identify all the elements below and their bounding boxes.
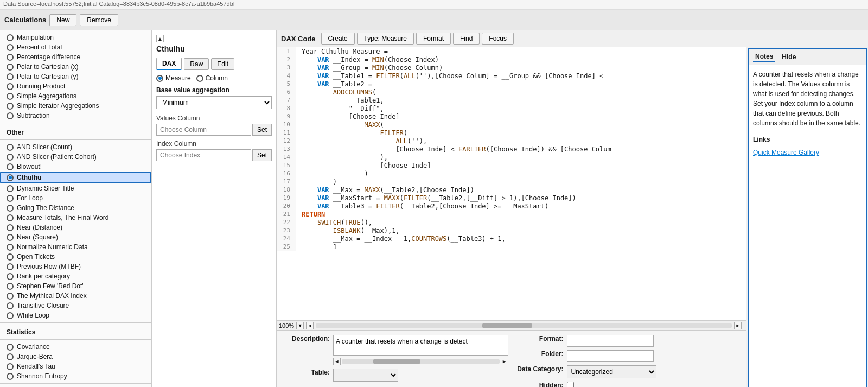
- format-button[interactable]: Format: [416, 33, 451, 45]
- radio-simple-iter: [7, 103, 14, 110]
- measure-column-toggle: Measure Column: [156, 74, 272, 82]
- radio-near-dist: [7, 224, 14, 231]
- values-column-label: Values Column: [156, 115, 272, 122]
- radio-and-cohort: [7, 154, 14, 161]
- config-panel: ▲ Cthulhu DAX Raw Edit Measure Column Ba…: [152, 30, 277, 387]
- list-item[interactable]: Stephen Few 'Red Dot': [0, 281, 151, 291]
- list-item[interactable]: Jarque-Bera: [0, 352, 151, 361]
- desc-scroll-left[interactable]: ◄: [333, 358, 341, 365]
- code-line: 20 VAR __Table3 = FILTER(__Table2,[Choos…: [277, 202, 746, 210]
- list-item[interactable]: Going The Distance: [0, 203, 151, 213]
- radio-rank-cat: [7, 273, 14, 280]
- edit-tab[interactable]: Edit: [211, 58, 234, 70]
- list-item[interactable]: Percent of Total: [0, 42, 151, 52]
- radio-jarque-bera: [7, 353, 14, 360]
- description-row: Description: A counter that resets when …: [281, 335, 508, 365]
- radio-running-product: [7, 83, 14, 90]
- find-button[interactable]: Find: [453, 33, 480, 45]
- index-column-set-button[interactable]: Set: [252, 149, 272, 161]
- list-item[interactable]: Running Product: [0, 81, 151, 91]
- list-item[interactable]: Polar to Cartesian (y): [0, 72, 151, 81]
- section-other: Other: [0, 125, 151, 137]
- folder-label: Folder:: [515, 350, 564, 358]
- description-textarea[interactable]: A counter that resets when a change is d…: [333, 335, 508, 356]
- code-line: 22 SWITCH(TRUE(),: [277, 218, 746, 226]
- radio-measure-totals: [7, 214, 14, 221]
- list-item[interactable]: AND Slicer (Count): [0, 142, 151, 152]
- notes-tab[interactable]: Notes: [753, 52, 775, 62]
- desc-scroll-right[interactable]: ►: [501, 358, 508, 365]
- radio-and-count: [7, 144, 14, 151]
- list-item[interactable]: Near (Square): [0, 232, 151, 242]
- radio-open-tickets: [7, 253, 14, 261]
- code-line: 7 __Table1,: [277, 96, 746, 104]
- hide-tab[interactable]: Hide: [780, 52, 798, 62]
- list-item[interactable]: AND Slicer (Patient Cohort): [0, 152, 151, 162]
- list-item-cthulhu[interactable]: Cthulhu: [0, 172, 151, 183]
- column-radio-option[interactable]: Column: [196, 74, 228, 82]
- folder-input[interactable]: [567, 350, 654, 362]
- list-item[interactable]: Covariance: [0, 342, 151, 352]
- table-dropdown[interactable]: [333, 369, 398, 382]
- new-button[interactable]: New: [49, 14, 76, 26]
- raw-tab[interactable]: Raw: [184, 58, 209, 70]
- list-item[interactable]: Percentage difference: [0, 52, 151, 62]
- list-item[interactable]: Simple Aggregations: [0, 91, 151, 101]
- code-line: 2 VAR __Index = MIN(Choose Index): [277, 55, 746, 64]
- description-input-area: A counter that resets when a change is d…: [333, 335, 508, 365]
- radio-cthulhu: [7, 174, 14, 181]
- code-line: 13 [Choose Inde] < EARLIER([Choose Inde]…: [277, 145, 746, 153]
- type-measure-button[interactable]: Type: Measure: [357, 33, 414, 45]
- table-select-area: [333, 369, 398, 382]
- index-column-input[interactable]: [156, 149, 251, 161]
- list-item[interactable]: Open Tickets: [0, 252, 151, 262]
- values-column-input[interactable]: [156, 124, 251, 136]
- scroll-thumb: [482, 323, 532, 328]
- scroll-up-arrow[interactable]: ▲: [156, 35, 164, 42]
- radio-going-distance: [7, 205, 14, 212]
- list-item[interactable]: Blowout!: [0, 162, 151, 172]
- code-line: 15 [Choose Inde]: [277, 161, 746, 169]
- code-line: 6 ADDCOLUMNS(: [277, 88, 746, 96]
- create-button[interactable]: Create: [321, 33, 355, 45]
- list-item[interactable]: Transitive Closure: [0, 301, 151, 310]
- list-item[interactable]: Dynamic Slicer Title: [0, 183, 151, 193]
- quick-measure-gallery-link[interactable]: Quick Measure Gallery: [753, 149, 819, 156]
- list-item[interactable]: Simple Iterator Aggregations: [0, 101, 151, 111]
- list-item[interactable]: Rank per category: [0, 271, 151, 281]
- list-item[interactable]: Previous Row (MTBF): [0, 262, 151, 271]
- content-area: 1Year Cthulhu Measure =2 VAR __Index = M…: [277, 47, 868, 387]
- list-item[interactable]: Measure Totals, The Final Word: [0, 213, 151, 223]
- list-item[interactable]: Shannon Entropy: [0, 371, 151, 381]
- hidden-checkbox[interactable]: [567, 382, 574, 387]
- aggregation-dropdown[interactable]: Minimum Maximum Average Sum: [156, 96, 272, 109]
- format-input[interactable]: [567, 335, 654, 347]
- desc-scroll-thumb: [373, 359, 420, 364]
- section-statistics: Statistics: [0, 325, 151, 337]
- list-item[interactable]: Polar to Cartesian (x): [0, 62, 151, 72]
- data-category-dropdown[interactable]: Uncategorized: [567, 365, 656, 378]
- measure-radio-option[interactable]: Measure: [156, 74, 191, 82]
- list-item[interactable]: Normalize Numeric Data: [0, 242, 151, 252]
- list-item[interactable]: For Loop: [0, 193, 151, 203]
- radio-manipulation: [7, 34, 14, 41]
- list-item[interactable]: While Loop: [0, 310, 151, 320]
- radio-dynamic-slicer: [7, 185, 14, 192]
- focus-button[interactable]: Focus: [482, 33, 514, 45]
- values-column-set-button[interactable]: Set: [252, 124, 272, 136]
- list-item[interactable]: Subtraction: [0, 111, 151, 120]
- desc-scroll-track: [342, 359, 500, 364]
- code-line: 4 VAR __Table1 = FILTER(ALL(''),[Choose …: [277, 72, 746, 80]
- zoom-down-button[interactable]: ▼: [296, 322, 304, 329]
- code-line: 12 ALL(''),: [277, 137, 746, 145]
- list-item[interactable]: Manipulation: [0, 33, 151, 42]
- list-item[interactable]: The Mythical DAX Index: [0, 291, 151, 301]
- dax-tab[interactable]: DAX: [156, 58, 182, 70]
- scroll-left-button[interactable]: ◄: [306, 322, 314, 329]
- scroll-right-button[interactable]: ►: [734, 322, 742, 329]
- list-item[interactable]: Near (Distance): [0, 223, 151, 232]
- scroll-track: [316, 323, 732, 328]
- remove-button[interactable]: Remove: [80, 14, 118, 26]
- list-item[interactable]: Kendall's Tau: [0, 361, 151, 371]
- code-editor[interactable]: 1Year Cthulhu Measure =2 VAR __Index = M…: [277, 47, 746, 320]
